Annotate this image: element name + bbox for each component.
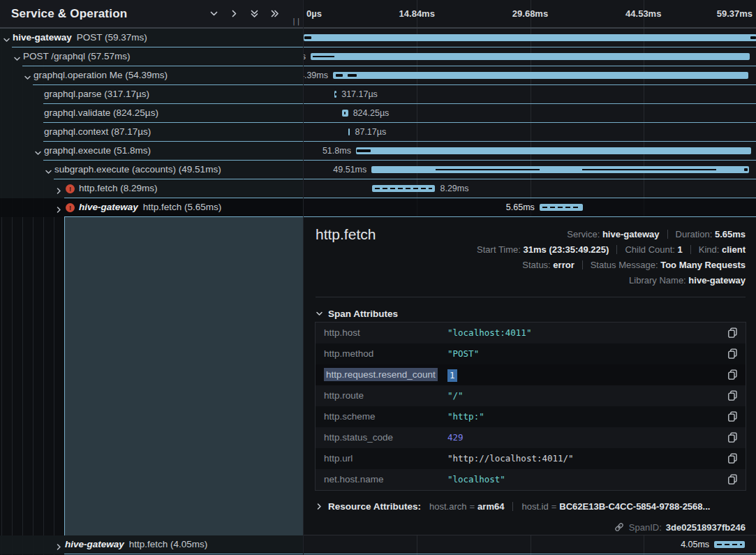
attribute-row[interactable]: http.route"/" <box>316 385 746 406</box>
panel-resize-handle[interactable]: || <box>292 17 301 25</box>
attribute-row[interactable]: net.host.name"localhost" <box>316 469 746 490</box>
spanid-label: SpanID: <box>629 522 662 533</box>
indent-guide <box>54 217 54 535</box>
bar-mark <box>744 168 747 171</box>
copy-icon[interactable] <box>727 411 739 422</box>
span-tree-row[interactable]: subgraph.execute (accounts) (49.51ms) <box>0 161 303 179</box>
trace-viewer: hive-gatewayPOST (59.37ms)POST /graphql … <box>0 0 756 555</box>
chevron-down-icon[interactable] <box>24 72 31 84</box>
span-tree-row[interactable]: !http.fetch (8.29ms) <box>0 179 303 198</box>
attribute-key: http.status_code <box>324 427 393 448</box>
timeline-row[interactable]: 4.05ms <box>304 535 756 554</box>
ruler-tick: 59.37ms <box>717 0 753 27</box>
bar-mark <box>335 93 336 96</box>
copy-icon[interactable] <box>727 327 739 339</box>
chevron-right-icon[interactable] <box>55 185 63 198</box>
timeline-row[interactable]: 317.17µs <box>304 85 756 104</box>
span-bar[interactable] <box>304 34 756 41</box>
chevron-right-icon[interactable] <box>55 204 63 216</box>
service-name: hive-gateway <box>65 539 124 549</box>
duration-label: 87.17µs <box>355 123 386 142</box>
resource-attributes-toggle[interactable]: Resource Attributes:host.arch=arm64host.… <box>316 498 746 515</box>
span-label: graphql.parse (317.17µs) <box>44 85 149 103</box>
timeline-row[interactable]: 59.37ms <box>304 29 756 47</box>
duration-label: 57.57ms <box>303 47 306 66</box>
timeline-row[interactable]: 824.25µs <box>304 104 756 123</box>
timeline-row[interactable]: 57.57ms <box>304 47 756 66</box>
copy-icon[interactable] <box>727 369 739 380</box>
span-bar[interactable] <box>356 147 751 154</box>
meta-label: Status: <box>522 260 553 270</box>
chevron-down-icon[interactable] <box>209 9 218 19</box>
attribute-row[interactable]: http.status_code429 <box>316 427 746 448</box>
span-tree-row[interactable]: !hive-gatewayhttp.fetch (5.65ms) <box>0 198 303 217</box>
indent-guide <box>33 217 34 535</box>
timeline-row[interactable]: 5.65ms <box>304 198 756 217</box>
chevron-right-icon[interactable] <box>229 9 239 19</box>
span-bar[interactable] <box>333 72 748 79</box>
span-tree-row[interactable]: graphql.parse (317.17µs) <box>0 85 303 104</box>
span-label: hive-gatewayPOST (59.37ms) <box>13 29 147 47</box>
meta-value: hive-gateway <box>688 275 746 286</box>
span-bar[interactable] <box>540 204 583 211</box>
chevron-down-icon[interactable] <box>13 53 21 66</box>
copy-icon[interactable] <box>727 474 739 485</box>
span-id-line: SpanID:3de02518937fb246 <box>614 519 746 536</box>
chevron-down-icon[interactable] <box>34 147 42 160</box>
meta-value: 1 <box>678 244 683 255</box>
span-bar[interactable] <box>334 91 336 98</box>
attribute-row[interactable]: http.scheme"http:" <box>316 406 746 427</box>
span-tree-row[interactable]: graphql.operation Me (54.39ms) <box>0 66 303 85</box>
span-tree-row[interactable]: hive-gatewayPOST (59.37ms) <box>0 29 303 47</box>
copy-icon[interactable] <box>727 432 739 443</box>
meta-value: 31ms (23:35:49.225) <box>524 244 609 255</box>
attribute-value: 1 <box>447 369 457 382</box>
meta-line: Library Name: hive-gateway <box>477 273 746 288</box>
meta-separator <box>667 230 668 239</box>
span-bar[interactable] <box>714 541 745 548</box>
chevron-down-icon[interactable] <box>45 166 52 179</box>
chevron-right-icon[interactable] <box>55 541 63 554</box>
attribute-key: http.route <box>324 385 364 406</box>
indent-guide <box>22 217 23 535</box>
timeline-row[interactable]: 54.39ms <box>304 66 756 85</box>
copy-icon[interactable] <box>727 453 739 464</box>
service-name: hive-gateway <box>79 202 138 212</box>
error-icon: ! <box>66 184 75 193</box>
copy-icon[interactable] <box>727 348 739 360</box>
span-label: hive-gatewayhttp.fetch (5.65ms) <box>79 198 221 216</box>
bar-mark <box>304 36 311 39</box>
span-bar[interactable] <box>342 110 348 117</box>
timeline-row[interactable]: 8.29ms <box>304 179 756 198</box>
chevron-down-icon[interactable] <box>3 34 10 47</box>
attribute-row[interactable]: http.request.resend_count1 <box>316 364 746 385</box>
span-tree-row[interactable]: graphql.context (87.17µs) <box>0 123 303 142</box>
duration-label: 51.8ms <box>323 142 351 161</box>
meta-line: Start Time: 31ms (23:35:49.225)Child Cou… <box>477 242 746 258</box>
span-bar[interactable] <box>311 53 750 60</box>
copy-icon[interactable] <box>727 390 739 401</box>
span-tree-row[interactable]: graphql.validate (824.25µs) <box>0 104 303 123</box>
attribute-row[interactable]: http.method"POST" <box>316 343 746 364</box>
span-bar[interactable] <box>348 128 350 135</box>
span-bar[interactable] <box>371 166 749 173</box>
timeline-row[interactable]: 49.51ms <box>304 161 756 179</box>
span-bar[interactable] <box>372 185 436 192</box>
attribute-value: "http:" <box>447 411 484 422</box>
span-title: http.fetch <box>316 226 376 243</box>
timeline-row[interactable]: 51.8ms <box>304 142 756 161</box>
chevrons-down-icon[interactable] <box>249 9 259 19</box>
resource-key: host.id <box>521 501 548 512</box>
span-label: graphql.validate (824.25µs) <box>44 104 158 122</box>
span-tree-row[interactable]: POST /graphql (57.57ms) <box>0 47 303 66</box>
attribute-row[interactable]: http.host"localhost:4011" <box>316 323 746 343</box>
bar-mark <box>436 169 540 170</box>
duration-label: 4.05ms <box>681 535 709 554</box>
timeline-row[interactable]: 87.17µs <box>304 123 756 142</box>
span-tree-row[interactable]: hive-gatewayhttp.fetch (4.05ms) <box>0 535 303 554</box>
attribute-row[interactable]: http.url"http://localhost:4011/" <box>316 448 746 469</box>
span-attributes-toggle[interactable]: Span Attributes <box>316 307 398 321</box>
span-tree-row[interactable]: graphql.execute (51.8ms) <box>0 142 303 161</box>
bar-mark <box>357 149 371 152</box>
chevrons-right-icon[interactable] <box>269 9 279 19</box>
